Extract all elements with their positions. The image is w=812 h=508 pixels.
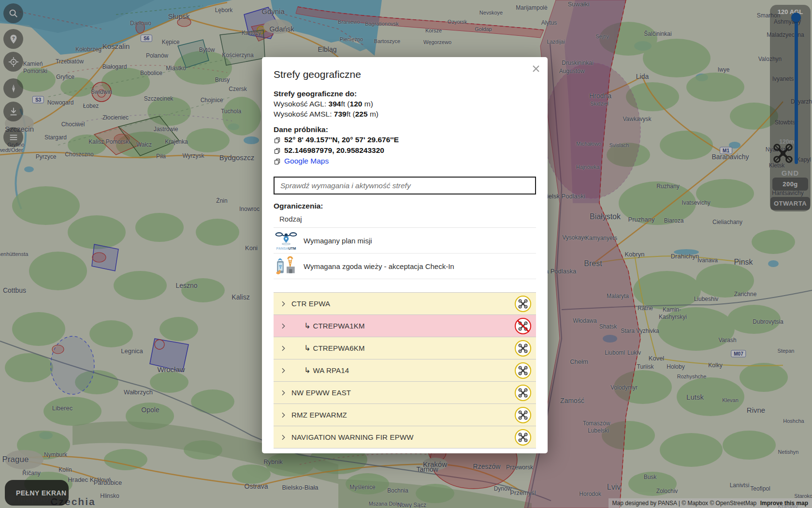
drone-permission-icon[interactable]	[515, 340, 531, 357]
drone-icon	[518, 365, 528, 376]
subzone-arrow-icon: ↳	[304, 366, 310, 375]
zone-label: CTR EPWA	[291, 299, 330, 308]
copy-icon	[274, 136, 281, 144]
zone-label: RMZ EPWARMZ	[291, 411, 347, 419]
coords-decimal-row: 52.146987979, 20.958243320	[274, 145, 536, 156]
drone-icon	[518, 343, 528, 354]
zone-row[interactable]: ↳ CTREPWA1KM	[274, 315, 536, 337]
zone-row[interactable]: NAVIGATION WARNING FIR EPWW	[274, 426, 536, 448]
zone-row[interactable]: CTR EPWA	[274, 293, 536, 315]
drone-icon	[518, 299, 528, 309]
restriction-label: Wymagany plan misji	[304, 237, 372, 245]
google-maps-link[interactable]: Google Maps	[284, 156, 329, 166]
copy-icon	[274, 147, 281, 154]
drone-permission-icon[interactable]	[515, 407, 531, 423]
drone-permission-icon[interactable]	[515, 318, 531, 334]
drone-permission-icon[interactable]	[515, 429, 531, 446]
zone-row[interactable]: NW EPWW EAST	[274, 382, 536, 404]
coords-dms: 52° 8' 49.157''N, 20° 57' 29.676''E	[284, 134, 399, 145]
chevron-right-icon	[279, 322, 287, 330]
copy-decimal-button[interactable]	[274, 147, 281, 154]
copy-dms-button[interactable]	[274, 136, 281, 144]
svg-text:PANSAUTM: PANSAUTM	[276, 246, 296, 251]
drone-permission-icon[interactable]	[515, 385, 531, 401]
subzone-arrow-icon: ↳	[304, 321, 310, 330]
drone-icon	[518, 432, 528, 443]
zone-label: NW EPWW EAST	[291, 388, 351, 397]
app-stage: GdyniaSłupskLęborkDarłowoKartuzyGdańskKę…	[0, 0, 812, 508]
modal-title: Strefy geograficzne	[274, 69, 536, 80]
zones-to-heading: Strefy geograficzne do:	[274, 89, 536, 99]
restriction-mission-plan: PANSAUTM Wymagany plan misji	[274, 228, 536, 254]
zone-search-input[interactable]	[274, 177, 536, 194]
geo-zones-modal: Strefy geograficzne Strefy geograficzne …	[262, 57, 548, 453]
chevron-right-icon	[279, 344, 287, 352]
restriction-tower-checkin: Wymagana zgoda wieży - akceptacja Check-…	[274, 254, 536, 279]
chevron-right-icon	[279, 367, 287, 374]
copy-icon	[274, 158, 281, 165]
drone-icon	[518, 410, 528, 420]
drone-permission-icon[interactable]	[515, 362, 531, 379]
drone-icon	[518, 388, 528, 398]
zones-list: CTR EPWA	[274, 292, 536, 448]
pansa-utm-logo-icon: PANSAUTM	[275, 230, 298, 251]
zone-row[interactable]: RMZ EPWARMZ	[274, 404, 536, 426]
coords-dms-row: 52° 8' 49.157''N, 20° 57' 29.676''E	[274, 134, 536, 145]
zone-label: NAVIGATION WARNING FIR EPWW	[291, 433, 414, 441]
restrictions-heading: Ograniczenia:	[274, 201, 536, 211]
zone-label: CTREPWA6KM	[313, 344, 364, 352]
chevron-right-icon	[279, 300, 287, 308]
zone-label: CTREPWA1KM	[313, 322, 364, 330]
coords-decimal: 52.146987979, 20.958243320	[284, 145, 384, 156]
agl-line: Wysokość AGL: 394ft (120 m)	[274, 99, 536, 109]
restriction-label: Wymagana zgoda wieży - akceptacja Check-…	[304, 262, 454, 270]
chevron-right-icon	[279, 411, 287, 419]
zone-row[interactable]: ↳ CTREPWA6KM	[274, 337, 536, 359]
chevron-right-icon	[279, 433, 287, 441]
copy-link-button[interactable]	[274, 158, 281, 165]
zone-label: WA RPA14	[313, 366, 349, 374]
sampler-heading: Dane próbnika:	[274, 124, 536, 134]
close-icon	[531, 64, 541, 74]
zone-row[interactable]: ↳ WA RPA14	[274, 359, 536, 382]
tower-checkin-icon	[275, 256, 298, 276]
chevron-right-icon	[279, 389, 287, 397]
type-column-header: Rodzaj	[274, 211, 536, 228]
amsl-line: Wysokość AMSL: 739ft (225 m)	[274, 109, 536, 119]
subzone-arrow-icon: ↳	[304, 344, 310, 353]
drone-icon	[518, 321, 528, 331]
close-button[interactable]	[530, 63, 542, 75]
google-maps-row: Google Maps	[274, 156, 536, 166]
drone-permission-icon[interactable]	[515, 296, 531, 312]
